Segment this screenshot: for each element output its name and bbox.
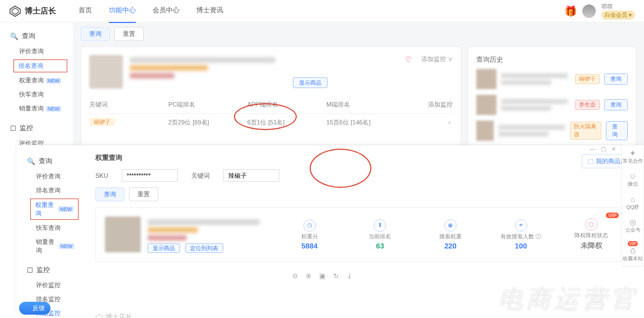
hist-tag: 防火隔离器 (570, 122, 601, 140)
stats-info: 显示商品 定位到列表 (148, 217, 271, 252)
fit-icon[interactable]: ▣ (319, 272, 325, 280)
avatar[interactable] (582, 4, 596, 18)
overlay-action-tabs: 查询 重置 (95, 187, 633, 201)
svg-marker-1 (12, 8, 19, 14)
nav-members[interactable]: 会员中心 (153, 0, 180, 23)
feedback-float[interactable]: 反馈 (19, 302, 50, 315)
download-icon[interactable]: ⤓ (347, 272, 352, 280)
tab-reset[interactable]: 重置 (114, 27, 144, 41)
header-right: 🎁 萌萌 白金会员 ▾ (564, 3, 635, 20)
stat-visitors: ⚭ 有效搜索人数 ⓘ 100 (489, 219, 553, 250)
hist-tag: 养生壶 (575, 100, 600, 110)
rotate-icon[interactable]: ↻ (333, 272, 339, 280)
ov-item-pingjia[interactable]: 评价查询 (17, 169, 84, 183)
ov-item-pjmon[interactable]: 评价监控 (17, 278, 84, 292)
nav-news[interactable]: 博士资讯 (196, 0, 223, 23)
sidebar-item-xiaoliang[interactable]: 销量查询NEW (0, 102, 73, 116)
keyword-label: 关键词 (191, 172, 210, 180)
user-meta: 萌萌 白金会员 ▾ (601, 3, 635, 20)
keyword-input[interactable] (223, 169, 279, 182)
tab-query[interactable]: 查询 (81, 27, 110, 41)
minimize-icon[interactable]: — (590, 146, 595, 152)
ov-query-button[interactable]: 查询 (95, 187, 125, 201)
keyword-tag[interactable]: 铜锣子 (89, 118, 115, 126)
timeline-mini[interactable]: 定位到列表 (185, 243, 223, 253)
add-monitor-link[interactable]: 添加监控 ∨ (421, 55, 453, 63)
maximize-icon[interactable]: ▢ (601, 146, 606, 152)
shield-icon: ⬡ (585, 218, 597, 231)
heart-icon[interactable]: ♡ (405, 55, 412, 64)
image-toolbar: ⊖ ⊕ ▣ ↻ ⤓ (292, 272, 352, 280)
sidebar-item-paiming[interactable]: 排名查询 (13, 59, 67, 72)
sidebar-item-quanzhong[interactable]: 权重查询NEW (0, 73, 73, 87)
monitor-icon: ☐ (27, 266, 33, 274)
dock-gzh[interactable]: ◎公众号 (625, 218, 641, 234)
bookmark-icon: ⎙ (623, 246, 643, 255)
hist-query-button[interactable]: 查询 (604, 99, 628, 110)
rank-table: 关键词 PC端排名 APP端排名 M端排名 添加监控 铜锣子 2页29位 [89… (89, 96, 453, 131)
history-title: 查询历史 (476, 55, 628, 64)
hist-query-button[interactable]: 查询 (606, 121, 628, 140)
dock-wechat[interactable]: ☺微信 (628, 172, 638, 188)
search-icon: 🔍 (10, 33, 19, 40)
chart-icon: ⬍ (374, 219, 386, 232)
ov-group-monitor: ☐监控 (17, 262, 84, 278)
brand-text: 博士店长 (25, 6, 56, 16)
result-row: ♡ 添加监控 ∨ 显示商品 关键词 PC端排名 APP端排名 M端排名 添加监控… (81, 47, 636, 160)
th-action: 添加监控 (406, 100, 453, 109)
nav-features[interactable]: 功能中心 (109, 0, 136, 23)
ov-item-paiming[interactable]: 排名查询 (17, 183, 84, 197)
ov-item-xiaoliang[interactable]: 销量查询NEW (17, 235, 84, 257)
gift-icon[interactable]: 🎁 (564, 5, 577, 17)
nav-home[interactable]: 首页 (79, 0, 92, 23)
stat-penalty: VIP ⬡ 降权降权状态 未降权 (559, 218, 623, 251)
zoom-out-icon[interactable]: ⊖ (292, 272, 298, 280)
star-icon: ✦ (623, 149, 643, 158)
footer-brand: 博士店长 (95, 312, 633, 318)
show-product-mini[interactable]: 显示商品 (148, 243, 180, 253)
member-badge[interactable]: 白金会员 ▾ (601, 11, 635, 20)
action-tabs: 查询 重置 (81, 27, 636, 41)
svg-marker-2 (96, 314, 103, 318)
hist-thumb (476, 69, 496, 89)
top-nav: 首页 功能中心 会员中心 博士资讯 (79, 0, 223, 23)
users-icon: ⚭ (515, 219, 527, 232)
product-card: ♡ 添加监控 ∨ 显示商品 关键词 PC端排名 APP端排名 M端排名 添加监控… (81, 47, 461, 155)
vip-badge: VIP (606, 213, 619, 218)
history-item: 防火隔离器 查询 (476, 121, 628, 141)
weight-stats-card: 显示商品 定位到列表 ◷ 权重分 5884 ⬍ 当前排名 63 ◉ 搜索权重 2… (95, 207, 633, 262)
overlay-title: 权重查询 (95, 153, 122, 163)
sku-input[interactable] (122, 169, 178, 182)
hist-thumb (476, 95, 496, 115)
feedback-button: 反馈 (19, 302, 50, 315)
overlay-content: 权重查询 ⬚我的商品库 SKU 关键词 查询 重置 显示商品 定位到列表 (84, 145, 644, 318)
mp-icon: ◎ (625, 218, 641, 227)
history-item: 铜锣子 查询 (476, 69, 628, 89)
product-info (130, 55, 398, 81)
ov-reset-button[interactable]: 重置 (129, 187, 158, 201)
stat-rank: ⬍ 当前排名 63 (348, 219, 412, 250)
dock-fav[interactable]: VIP⎙收藏本站 (623, 241, 643, 262)
window-controls: — ▢ ✕ (590, 146, 616, 152)
th-app: APP端排名 (247, 100, 326, 109)
logo-icon (9, 5, 21, 17)
search-icon: 🔍 (27, 158, 35, 165)
hist-query-button[interactable]: 查询 (604, 73, 628, 85)
dock-partner[interactable]: ✦常见合作 (623, 149, 643, 165)
history-card: 查询历史 铜锣子 查询 养生壶 查询 防火隔离器 查询 (468, 47, 636, 155)
sidebar-item-kuaiche[interactable]: 快车查询 (0, 87, 73, 102)
history-item: 养生壶 查询 (476, 95, 628, 115)
cell-add[interactable]: ＋ (406, 118, 453, 127)
close-icon[interactable]: ✕ (611, 146, 616, 152)
side-group-monitor: ☐监控 (0, 120, 73, 136)
zoom-in-icon[interactable]: ⊕ (306, 272, 311, 280)
sidebar-item-pingjia[interactable]: 评价查询 (0, 44, 73, 58)
side-group-query: 🔍查询 (0, 28, 73, 44)
stat-search-weight: ◉ 搜索权重 220 (418, 219, 482, 250)
cell-m: 15页6位 [146名] (326, 118, 406, 127)
box-icon: ⬚ (588, 158, 594, 165)
product-thumb (89, 55, 123, 89)
dock-qq[interactable]: ⌂QQ群 (626, 195, 639, 211)
ov-item-kuaiche[interactable]: 快车查询 (17, 221, 84, 235)
ov-item-quanzhong[interactable]: 权重查询NEW (30, 199, 79, 220)
